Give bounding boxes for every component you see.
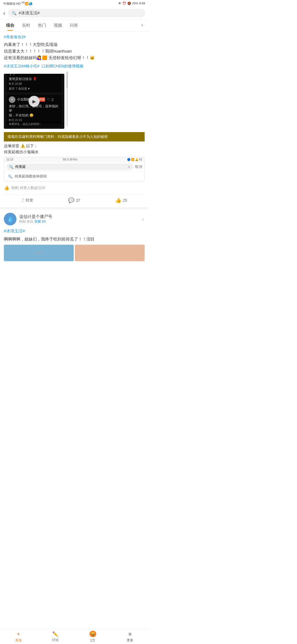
comment1-text: 哦对了，你们昊昊是不是要成年了？黄明昊祭日快乐 🌹	[9, 74, 59, 81]
comment-icon: 💬	[68, 197, 74, 203]
status-bar: 中国移动 HD 4G📶🌏 👁 ⏰ 🔕 25% 8:58	[0, 0, 148, 7]
tab-comprehensive[interactable]: 综合	[2, 20, 18, 31]
ss-search-icon: 🔍	[9, 165, 13, 169]
likes-update-text: 刚刚 转赞人数超过20	[12, 185, 45, 190]
post2-image-1[interactable]: 八卦汇总	[4, 245, 74, 261]
carrier-text: 中国移动 HD 4G📶🌏	[3, 1, 32, 6]
ss-search-value: 何美延	[15, 164, 26, 169]
post1-body: 内幕来了！！！大型吃瓜现场 信息量太大！！！！！我得huanhuan 还有没看的…	[4, 41, 145, 61]
like-button[interactable]: 👍 25	[115, 197, 127, 203]
post2-chevron-icon[interactable]: ∨	[141, 217, 145, 222]
repost-icon: ⤴	[21, 198, 24, 203]
post1-link[interactable]: 口刺猬CHEN的微博视频	[42, 64, 83, 69]
tab-video[interactable]: 视频	[50, 20, 66, 31]
post1-sub: 达琳排雷 ⚠️ 以下： 何美延模仿小鬼喝水 11:13 5G 5.30 K/s …	[4, 144, 145, 192]
tab-realtime[interactable]: 实时	[18, 20, 34, 31]
post2-time: 刚刚	[19, 220, 26, 223]
sponsor-banner[interactable]: 呱呱吃瓜爆料黑料网曝门黑料：到底隐藏着多少不为人知的秘密	[4, 132, 145, 141]
ss-suggest-text: 何美延闯蔡徐坤房间	[15, 174, 47, 179]
post1-hashtag-top[interactable]: #青春有你2#	[4, 35, 145, 40]
repost-label: 转发	[26, 198, 33, 203]
post1-line3: 还有没看的姐妹吗🙋‍♀️🟧 无偿秒发给你们呀！！🐱	[4, 54, 145, 61]
ss-time: 11:13	[6, 158, 13, 161]
post2-device-link[interactable]: 荣耀 9X	[34, 220, 46, 223]
ss-cancel-btn[interactable]: 取消	[135, 164, 142, 169]
search-bar: ‹ 🔍 #冰清玉洁#	[0, 7, 148, 20]
post2-time-source: 刚刚 来自 荣耀 9X	[19, 219, 139, 224]
comment-button[interactable]: 💬 37	[68, 197, 80, 203]
post1-line2: 信息量太大！！！！！我得huanhuan	[4, 48, 145, 54]
ss-clear-icon[interactable]: ✕	[128, 165, 131, 169]
ss-suggest-icon: 🔍	[8, 174, 12, 179]
screenshot-statusbar: 11:13 5G 5.30 K/s 🔵 📶 🔔 42	[4, 157, 144, 162]
likes-update: 👍 刚刚 转赞人数超过20	[4, 184, 145, 192]
post2-hashtag[interactable]: #冰清玉洁#	[4, 228, 25, 233]
tabs-bar: 综合 实时 热门 视频 问答 +	[0, 20, 148, 31]
like-icon: 👍	[115, 197, 121, 203]
comment2-heart[interactable]: ♡ 2	[47, 97, 54, 102]
post2-header: 💧 这估计是个僵尸号 刚刚 来自 荣耀 9X ∨	[4, 213, 145, 225]
image1-label: 八卦汇总	[33, 251, 44, 255]
feed: #青春有你2# 内幕来了！！！大型吃瓜现场 信息量太大！！！！！我得huanhu…	[0, 31, 148, 264]
screenshot-box: 11:13 5G 5.30 K/s 🔵 📶 🔔 42 🔍 何美延 ✕ 取消	[4, 157, 145, 181]
video-comment-1: ☀ 小太阳的宝贝 作者 ♡ 哦对了，你们昊昊是不是要成年了？黄明昊祭日快乐 🌹 …	[7, 74, 62, 92]
tab-add-button[interactable]: +	[138, 20, 146, 31]
post2-avatar[interactable]: 💧	[4, 213, 16, 225]
comment1-time: 昨天 22:06	[9, 82, 59, 86]
bell-icon: 🔕	[127, 2, 131, 5]
video-thumbnail[interactable]: 评论区里说抄袭应援色的，若色系是日本的一个色系，你们还抄袭了。凭什么差一个子…袭…	[4, 74, 64, 129]
status-right: 👁 ⏰ 🔕 25% 8:58	[118, 2, 145, 5]
repost-button[interactable]: ⤴ 转发	[21, 198, 33, 203]
back-button[interactable]: ‹	[3, 10, 5, 16]
eye-icon: 👁	[118, 2, 121, 5]
post-card-1: #青春有你2# 内幕来了！！！大型吃瓜现场 信息量太大！！！！！我得huanhu…	[0, 31, 148, 207]
time-text: 8:58	[139, 2, 145, 5]
video-input-hint[interactable]: 有爱评论，说点儿好听的~	[6, 121, 62, 127]
sub-content: 何美延模仿小鬼喝水	[4, 150, 145, 155]
video-play-button[interactable]: ▶	[29, 96, 40, 107]
screenshot-search-row: 🔍 何美延 ✕ 取消	[4, 162, 144, 171]
post2-username: 这估计是个僵尸号	[19, 214, 139, 219]
post1-actions: ⤴ 转发 💬 37 👍 25	[4, 194, 145, 204]
comment2-avatar: ☀	[9, 96, 15, 103]
battery-text: 25%	[132, 2, 138, 5]
post2-image-strip: 八卦汇总	[4, 245, 145, 261]
post2-image-2[interactable]	[75, 245, 145, 261]
screenshot-search-input[interactable]: 🔍 何美延 ✕	[6, 163, 133, 170]
comment1-expand[interactable]: 展开 7 条回复▼	[9, 87, 59, 91]
post1-line1: 内幕来了！！！大型吃瓜现场	[4, 41, 145, 48]
ss-icons: 🔵 📶 🔔 42	[127, 158, 142, 161]
sub-author-text: 达琳排雷 ⚠️ 以下：	[4, 144, 145, 149]
post-card-2: 💧 这估计是个僵尸号 刚刚 来自 荣耀 9X ∨ #冰清玉洁# 啊啊啊啊，姐妹们…	[0, 209, 148, 264]
search-input-wrap[interactable]: 🔍 #冰清玉洁#	[8, 9, 145, 17]
post2-body: #冰清玉洁#	[4, 228, 145, 234]
screenshot-suggest-row[interactable]: 🔍 何美延闯蔡徐坤房间	[4, 171, 144, 181]
search-icon: 🔍	[12, 11, 16, 15]
post2-source: 来自 荣耀 9X	[27, 220, 46, 223]
comment-count: 37	[76, 198, 80, 203]
post2-content: 啊啊啊啊，姐妹们，我终于吃到前排瓜了！！泪目	[4, 236, 145, 242]
search-query: #冰清玉洁#	[19, 10, 40, 16]
post2-meta: 这估计是个僵尸号 刚刚 来自 荣耀 9X	[19, 214, 139, 224]
clock-icon: ⏰	[122, 2, 126, 5]
like-outline-icon: 👍	[4, 185, 9, 190]
like-count: 25	[123, 198, 127, 203]
ss-network: 5G 5.30 K/s	[63, 158, 77, 161]
post1-hashtags[interactable]: #冰清玉洁##林小宅#	[4, 64, 39, 69]
tab-hot[interactable]: 热门	[34, 20, 50, 31]
tab-qa[interactable]: 问答	[66, 20, 82, 31]
